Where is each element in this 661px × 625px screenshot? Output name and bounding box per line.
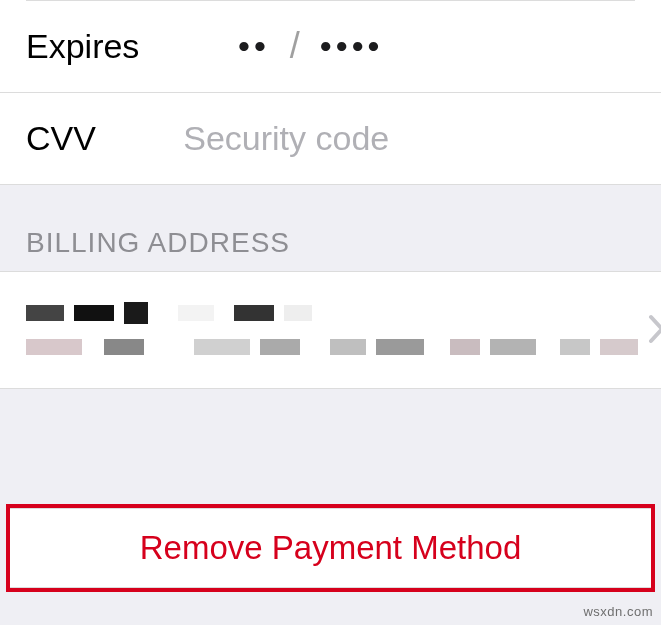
address-line-2: [26, 336, 638, 358]
address-line-1: [26, 302, 638, 324]
cvv-row[interactable]: CVV: [0, 92, 661, 184]
expires-slash: /: [288, 25, 302, 67]
cvv-input[interactable]: [183, 119, 635, 158]
card-details-section: Expires •• / •••• CVV: [0, 0, 661, 185]
billing-address-row[interactable]: [0, 271, 661, 389]
watermark: wsxdn.com: [583, 604, 653, 619]
billing-address-header: BILLING ADDRESS: [0, 185, 661, 271]
expires-row[interactable]: Expires •• / ••••: [0, 0, 661, 92]
chevron-right-icon: [638, 308, 661, 353]
remove-payment-button[interactable]: Remove Payment Method: [10, 508, 651, 588]
billing-address-content: [26, 302, 638, 358]
remove-payment-highlight: Remove Payment Method: [6, 504, 655, 592]
expires-value: •• / ••••: [238, 25, 383, 67]
expires-label: Expires: [26, 27, 238, 66]
cvv-label: CVV: [26, 119, 183, 158]
expires-month: ••: [238, 27, 270, 66]
expires-year: ••••: [320, 27, 384, 66]
